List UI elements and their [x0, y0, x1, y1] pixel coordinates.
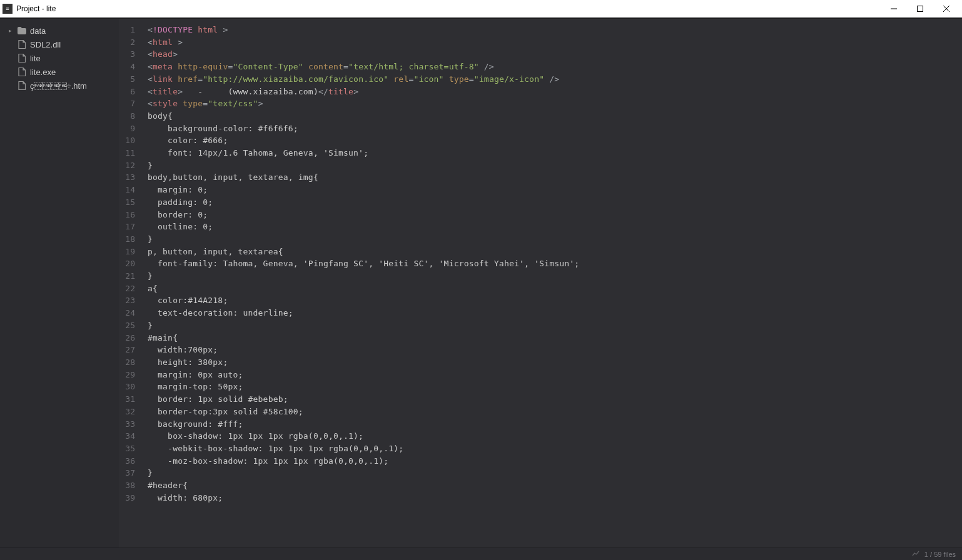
line-number: 36	[119, 455, 135, 468]
file-icon	[16, 40, 28, 49]
line-number: 19	[119, 246, 135, 258]
line-number: 9	[119, 122, 135, 135]
app-icon: ≡	[3, 4, 13, 14]
line-number: 23	[119, 294, 135, 307]
line-number: 34	[119, 430, 135, 442]
code-line[interactable]: font-family: Tahoma, Geneva, 'Pingfang S…	[148, 258, 962, 270]
code-line[interactable]: width: 680px;	[148, 492, 962, 504]
line-number: 37	[119, 467, 135, 479]
line-number: 38	[119, 479, 135, 492]
code-line[interactable]: <link href="http://www.xiazaiba.com/favi…	[148, 73, 962, 86]
tree-item-label: SDL2.dll	[30, 40, 61, 49]
code-line[interactable]: border-top:3px solid #58c100;	[148, 406, 962, 418]
code-line[interactable]: box-shadow: 1px 1px 1px rgba(0,0,0,.1);	[148, 430, 962, 442]
line-number: 6	[119, 86, 135, 98]
line-number: 24	[119, 307, 135, 319]
tree-file[interactable]: lite	[0, 51, 119, 65]
code-line[interactable]: font: 14px/1.6 Tahoma, Geneva, 'Simsun';	[148, 147, 962, 159]
code-line[interactable]: body,button, input, textarea, img{	[148, 171, 962, 184]
line-number: 7	[119, 98, 135, 110]
tree-item-label: ç÷.htm	[30, 81, 87, 91]
titlebar: ≡ Project - lite	[0, 0, 962, 18]
file-icon	[16, 54, 28, 62]
tree-folder[interactable]: ▸data	[0, 24, 119, 38]
tree-item-label: data	[30, 26, 46, 36]
indexing-status: 1 / 59 files	[924, 551, 956, 558]
code-line[interactable]: #header{	[148, 479, 962, 492]
svg-rect-0	[918, 6, 923, 12]
code-line[interactable]: p, button, input, textarea{	[148, 246, 962, 258]
line-number: 4	[119, 61, 135, 73]
line-number: 18	[119, 233, 135, 246]
line-number: 15	[119, 196, 135, 209]
code-area[interactable]: <!DOCTYPE html ><html ><head><meta http-…	[143, 19, 962, 548]
maximize-button[interactable]	[907, 0, 933, 18]
code-line[interactable]: width:700px;	[148, 344, 962, 356]
code-line[interactable]: -moz-box-shadow: 1px 1px 1px rgba(0,0,0,…	[148, 455, 962, 468]
code-line[interactable]: a{	[148, 282, 962, 295]
line-number: 5	[119, 73, 135, 86]
code-line[interactable]: <!DOCTYPE html >	[148, 24, 962, 36]
code-line[interactable]: }	[148, 270, 962, 282]
line-number: 22	[119, 282, 135, 295]
code-line[interactable]: }	[148, 159, 962, 172]
line-number: 39	[119, 492, 135, 504]
code-line[interactable]: #main{	[148, 332, 962, 344]
line-number: 14	[119, 184, 135, 196]
code-line[interactable]: height: 380px;	[148, 356, 962, 369]
code-line[interactable]: }	[148, 233, 962, 246]
line-number: 25	[119, 319, 135, 332]
close-button[interactable]	[933, 0, 959, 18]
line-number: 26	[119, 332, 135, 344]
line-number: 10	[119, 134, 135, 147]
code-line[interactable]: margin: 0px auto;	[148, 369, 962, 381]
line-number: 30	[119, 381, 135, 393]
code-line[interactable]: background-color: #f6f6f6;	[148, 122, 962, 135]
line-number: 2	[119, 36, 135, 49]
code-line[interactable]: body{	[148, 110, 962, 122]
main-area: ▸dataSDL2.dlllitelite.exeç÷.htm 1234…	[0, 19, 962, 548]
line-number: 29	[119, 369, 135, 381]
line-number: 11	[119, 147, 135, 159]
code-line[interactable]: <title> - (www.xiazaiba.com)</title>	[148, 86, 962, 98]
folder-icon	[16, 27, 28, 34]
line-number: 1	[119, 24, 135, 36]
code-line[interactable]: <html >	[148, 36, 962, 49]
tree-file[interactable]: ç÷.htm	[0, 79, 119, 92]
line-number: 12	[119, 159, 135, 172]
line-number: 35	[119, 442, 135, 455]
line-gutter: 1234567891011121314151617181920212223242…	[119, 19, 143, 548]
code-line[interactable]: color:#14A218;	[148, 294, 962, 307]
file-tree[interactable]: ▸dataSDL2.dlllitelite.exeç÷.htm	[0, 19, 119, 548]
code-line[interactable]: background: #fff;	[148, 418, 962, 431]
code-line[interactable]: <meta http-equiv="Content-Type" content=…	[148, 61, 962, 73]
line-number: 21	[119, 270, 135, 282]
tree-file[interactable]: SDL2.dll	[0, 38, 119, 51]
code-line[interactable]: <head>	[148, 48, 962, 61]
code-line[interactable]: <style type="text/css">	[148, 98, 962, 110]
line-number: 32	[119, 406, 135, 418]
line-number: 17	[119, 221, 135, 233]
code-line[interactable]: border: 1px solid #ebebeb;	[148, 393, 962, 406]
code-line[interactable]: -webkit-box-shadow: 1px 1px 1px rgba(0,0…	[148, 442, 962, 455]
line-number: 8	[119, 110, 135, 122]
tree-item-label: lite	[30, 54, 41, 63]
code-line[interactable]: margin: 0;	[148, 184, 962, 196]
code-line[interactable]: }	[148, 319, 962, 332]
code-line[interactable]: text-decoration: underline;	[148, 307, 962, 319]
file-icon	[16, 68, 28, 76]
code-line[interactable]: }	[148, 467, 962, 479]
window-title: Project - lite	[16, 4, 881, 13]
code-line[interactable]: color: #666;	[148, 134, 962, 147]
code-line[interactable]: margin-top: 50px;	[148, 381, 962, 393]
code-line[interactable]: padding: 0;	[148, 196, 962, 209]
window-controls	[881, 0, 959, 18]
line-number: 16	[119, 209, 135, 221]
minimize-button[interactable]	[881, 0, 907, 18]
file-icon	[16, 81, 28, 90]
chevron-right-icon[interactable]: ▸	[9, 28, 16, 34]
tree-file[interactable]: lite.exe	[0, 65, 119, 79]
code-line[interactable]: outline: 0;	[148, 221, 962, 233]
code-line[interactable]: border: 0;	[148, 209, 962, 221]
editor[interactable]: 1234567891011121314151617181920212223242…	[119, 19, 962, 548]
